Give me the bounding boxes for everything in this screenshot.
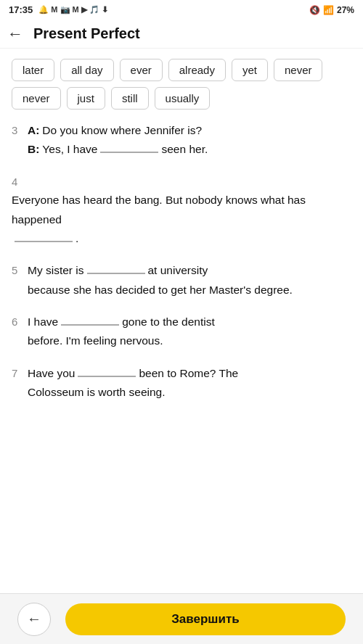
q5-blank[interactable]	[87, 261, 145, 274]
q5-continuation: because she has decided to get her Maste…	[12, 281, 351, 300]
back-button[interactable]: ←	[7, 26, 23, 42]
page-title: Present Perfect	[33, 25, 140, 42]
q3-speaker-a-label: A:	[28, 121, 39, 140]
q3-b-pre: Yes, I have	[42, 140, 97, 159]
status-bar: 17:35 🔔 M 📷 M ▶ 🎵 ⬇ 🔇 📶 27%	[0, 0, 363, 20]
chip-8[interactable]: still	[111, 87, 149, 110]
question-3-line-a: 3 A: Do you know where Jennifer is?	[12, 121, 351, 140]
chip-6[interactable]: never	[12, 87, 61, 110]
bottom-bar: ← Завершить	[0, 593, 363, 644]
status-left: 17:35 🔔 M 📷 M ▶ 🎵 ⬇	[9, 4, 108, 15]
q7-continuation: Colosseum is worth seeing.	[12, 383, 351, 402]
status-right: 🔇 📶 27%	[309, 5, 354, 15]
q7-number: 7	[12, 364, 23, 383]
q6-continuation: before. I'm feeling nervous.	[12, 331, 351, 350]
question-7: 7 Have you been to Rome? The Colosseum i…	[12, 364, 351, 402]
question-6-line: 6 I have gone to the dentist	[12, 313, 351, 331]
wifi-icon: 📶	[323, 5, 334, 15]
q6-mid: gone to the dentist	[122, 313, 215, 331]
battery-label: 27%	[337, 5, 354, 15]
chips-container: laterall dayeveralreadyyetneverneverjust…	[0, 49, 363, 114]
chip-0[interactable]: later	[12, 59, 54, 81]
q7-pre: Have you	[28, 364, 75, 383]
q7-blank[interactable]	[78, 364, 136, 377]
top-nav: ← Present Perfect	[0, 20, 363, 49]
question-7-line: 7 Have you been to Rome? The	[12, 364, 351, 383]
q5-pre: My sister is	[28, 261, 84, 280]
question-4-line: 4 Everyone has heard the bang. But nobod…	[12, 173, 351, 249]
chip-1[interactable]: all day	[60, 59, 113, 81]
q4-text: Everyone has heard the bang. But nobody …	[12, 191, 351, 229]
chip-5[interactable]: never	[274, 59, 323, 81]
finish-button[interactable]: Завершить	[65, 603, 346, 635]
bottom-back-button[interactable]: ←	[17, 603, 51, 636]
question-3-line-b: B: Yes, I have seen her.	[12, 140, 351, 159]
q7-mid: been to Rome? The	[139, 364, 238, 383]
q3-b-post: seen her.	[161, 140, 208, 159]
q6-blank[interactable]	[61, 313, 119, 326]
q3-number: 3	[12, 121, 23, 140]
q4-number: 4	[12, 173, 23, 191]
question-6: 6 I have gone to the dentist before. I'm…	[12, 313, 351, 351]
q3-text-a: Do you know where Jennifer is?	[42, 121, 202, 140]
q3-blank[interactable]	[100, 140, 158, 153]
status-time: 17:35	[9, 4, 33, 15]
q6-number: 6	[12, 313, 23, 331]
chip-4[interactable]: yet	[232, 59, 268, 81]
chip-2[interactable]: ever	[120, 59, 163, 81]
chip-3[interactable]: already	[168, 59, 226, 81]
mute-icon: 🔇	[309, 5, 320, 15]
q4-period: .	[76, 229, 78, 248]
questions-container: 3 A: Do you know where Jennifer is? B: Y…	[0, 114, 363, 487]
question-3: 3 A: Do you know where Jennifer is? B: Y…	[12, 121, 351, 160]
q6-pre: I have	[28, 313, 58, 331]
question-5-line: 5 My sister is at university	[12, 261, 351, 280]
question-5: 5 My sister is at university because she…	[12, 261, 351, 300]
question-4: 4 Everyone has heard the bang. But nobod…	[12, 173, 351, 249]
q4-blank[interactable]	[15, 229, 73, 242]
q3-speaker-b-label: B:	[28, 140, 39, 159]
chip-7[interactable]: just	[67, 87, 105, 110]
q5-mid: at university	[148, 261, 208, 280]
chip-9[interactable]: usually	[155, 87, 211, 110]
notification-icons: 🔔 M 📷 M ▶ 🎵 ⬇	[38, 5, 108, 15]
q5-number: 5	[12, 261, 23, 280]
